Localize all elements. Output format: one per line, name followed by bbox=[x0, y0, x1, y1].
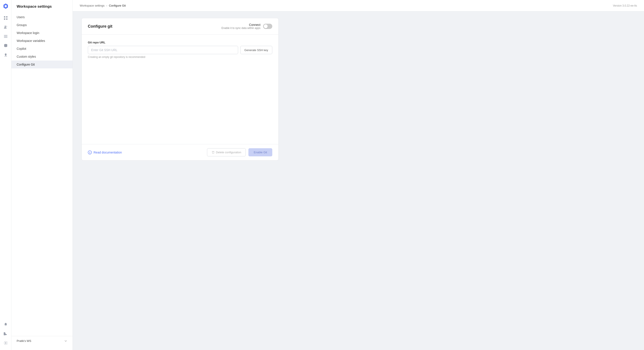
git-ssh-url-input[interactable] bbox=[88, 46, 238, 54]
workspace-name: Pratik's WS bbox=[17, 339, 31, 342]
git-repo-label: Git repo URL bbox=[88, 41, 272, 44]
svg-rect-8 bbox=[4, 36, 8, 37]
git-repo-input-row: Generate SSH key bbox=[88, 46, 272, 54]
workspace-switcher[interactable]: Pratik's WS bbox=[12, 336, 72, 345]
svg-point-5 bbox=[4, 26, 6, 27]
delete-configuration-button[interactable]: Delete configuration bbox=[207, 148, 246, 156]
sidebar-title: Workspace settings bbox=[12, 5, 72, 13]
sidebar-item-configure-git[interactable]: Configure Git bbox=[12, 61, 72, 68]
version-badge: Version 3.0.22-ee-lts bbox=[613, 4, 637, 7]
connect-sublabel: Enable it to sync data within apps bbox=[222, 27, 260, 30]
svg-rect-1 bbox=[4, 16, 5, 18]
docs-icon bbox=[88, 150, 92, 154]
configure-git-card: Configure git Connect Enable it to sync … bbox=[82, 18, 279, 160]
svg-rect-4 bbox=[6, 19, 8, 20]
connect-label: Connect bbox=[222, 23, 260, 27]
delete-button-label: Delete configuration bbox=[216, 151, 242, 154]
sidebar-item-workspace-login[interactable]: Workspace login bbox=[12, 29, 72, 37]
breadcrumb-parent[interactable]: Workspace settings bbox=[80, 4, 104, 7]
svg-point-6 bbox=[6, 26, 7, 27]
app-logo[interactable] bbox=[3, 3, 9, 9]
svg-rect-15 bbox=[90, 152, 90, 153]
top-bar: Workspace settings › Configure Git Versi… bbox=[73, 0, 644, 12]
left-sidebar: Workspace settings Users Groups Workspac… bbox=[12, 0, 73, 350]
icon-sidebar bbox=[0, 0, 12, 350]
settings-icon[interactable] bbox=[2, 339, 10, 347]
enable-git-button[interactable]: Enable Git bbox=[248, 148, 272, 156]
git-repo-form-group: Git repo URL Generate SSH key Creating a… bbox=[88, 41, 272, 59]
read-docs-link[interactable]: Read documentation bbox=[88, 150, 122, 154]
sidebar-item-custom-styles[interactable]: Custom styles bbox=[12, 53, 72, 61]
svg-rect-9 bbox=[4, 37, 8, 38]
breadcrumb-chevron: › bbox=[106, 4, 107, 7]
generate-ssh-key-button[interactable]: Generate SSH key bbox=[240, 46, 272, 54]
deploy-icon[interactable] bbox=[2, 51, 10, 59]
svg-rect-2 bbox=[6, 16, 8, 18]
list-icon[interactable] bbox=[2, 33, 10, 40]
breadcrumb: Workspace settings › Configure Git bbox=[80, 4, 126, 7]
grid-icon[interactable] bbox=[2, 14, 10, 22]
svg-point-12 bbox=[5, 342, 6, 344]
svg-rect-7 bbox=[4, 35, 8, 36]
trash-icon bbox=[212, 151, 215, 154]
content-area: Configure git Connect Enable it to sync … bbox=[73, 12, 644, 350]
connect-label-group: Connect Enable it to sync data within ap… bbox=[222, 23, 260, 30]
sidebar-item-groups[interactable]: Groups bbox=[12, 21, 72, 29]
main-content: Workspace settings › Configure Git Versi… bbox=[73, 0, 644, 350]
database-icon[interactable] bbox=[2, 42, 10, 50]
card-body: Git repo URL Generate SSH key Creating a… bbox=[82, 35, 278, 144]
svg-point-14 bbox=[90, 151, 90, 152]
card-header: Configure git Connect Enable it to sync … bbox=[82, 18, 278, 35]
sidebar-item-workspace-variables[interactable]: Workspace variables bbox=[12, 37, 72, 45]
sidebar-item-copilot[interactable]: Copilot bbox=[12, 45, 72, 53]
svg-rect-11 bbox=[4, 56, 7, 57]
sidebar-item-users[interactable]: Users bbox=[12, 13, 72, 21]
moon-icon[interactable] bbox=[2, 330, 10, 338]
bell-icon[interactable] bbox=[2, 321, 10, 328]
connect-toggle[interactable] bbox=[263, 24, 272, 29]
card-footer: Read documentation Delete configuration … bbox=[82, 144, 278, 160]
users-icon[interactable] bbox=[2, 23, 10, 31]
footer-buttons: Delete configuration Enable Git bbox=[207, 148, 272, 156]
breadcrumb-current: Configure Git bbox=[109, 4, 126, 7]
svg-rect-3 bbox=[4, 19, 5, 20]
connect-section: Connect Enable it to sync data within ap… bbox=[222, 23, 272, 30]
chevron-down-icon bbox=[64, 339, 67, 342]
git-repo-help-text: Creating an empty git repository is reco… bbox=[88, 56, 272, 59]
read-docs-label: Read documentation bbox=[94, 151, 122, 154]
svg-point-0 bbox=[5, 5, 6, 7]
sidebar-nav: Users Groups Workspace login Workspace v… bbox=[12, 13, 72, 68]
card-title: Configure git bbox=[88, 24, 112, 29]
